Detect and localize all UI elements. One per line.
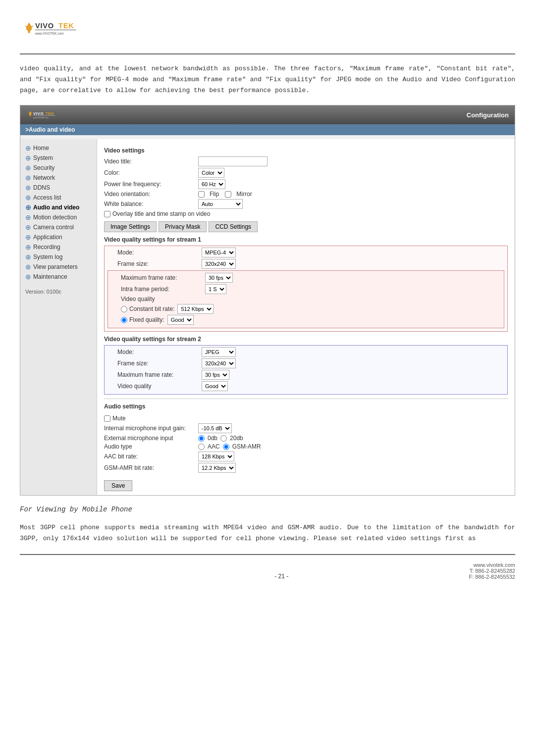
svg-text:www.VIVOTEK.com: www.VIVOTEK.com bbox=[35, 32, 64, 35]
syslog-bullet: ⊕ bbox=[25, 253, 31, 261]
stream2-maxfps-row: Maximum frame rate: 30 fps bbox=[107, 370, 504, 380]
sidebar-item-camera[interactable]: ⊕ Camera control bbox=[20, 222, 97, 232]
sidebar-item-view-params[interactable]: ⊕ View parameters bbox=[20, 262, 97, 272]
sidebar-item-network[interactable]: ⊕ Network bbox=[20, 173, 97, 183]
home-bullet: ⊕ bbox=[25, 144, 31, 152]
camera-bullet: ⊕ bbox=[25, 223, 31, 231]
aac-radio[interactable] bbox=[198, 444, 205, 450]
footer-phone: T: 886-2-82455282 bbox=[469, 568, 515, 574]
stream1-mode-row: Mode: MPEG-4 JPEG bbox=[107, 248, 504, 257]
stream1-framesize-label: Frame size: bbox=[107, 260, 202, 267]
stream1-intra-select[interactable]: 1 S bbox=[205, 284, 226, 294]
mute-checkbox[interactable] bbox=[104, 415, 110, 422]
sidebar-item-access-list[interactable]: ⊕ Access list bbox=[20, 193, 97, 202]
ext-mic-0db-radio[interactable] bbox=[198, 435, 205, 442]
sidebar-item-maintenance[interactable]: ⊕ Maintenance bbox=[20, 272, 97, 282]
video-orientation-row: Video orientation: Flip Mirror bbox=[104, 191, 508, 198]
audio-type-radios: AAC GSM-AMR bbox=[198, 443, 261, 450]
page-number: - 21 - bbox=[94, 573, 469, 580]
stream1-fq-radio[interactable] bbox=[121, 317, 127, 323]
footer-fax: F: 886-2-82455532 bbox=[469, 574, 515, 580]
sidebar-label-motion: Motion detection bbox=[33, 214, 77, 221]
audio-divider bbox=[104, 399, 508, 399]
stream2-vq-select[interactable]: Good bbox=[202, 381, 228, 391]
ccd-settings-tab[interactable]: CCD Settings bbox=[209, 221, 258, 232]
gsm-bitrate-row: GSM-AMR bit rate: 12.2 Kbps bbox=[104, 463, 508, 473]
maintenance-bullet: ⊕ bbox=[25, 273, 31, 281]
sidebar-label-home: Home bbox=[33, 145, 49, 151]
audio-type-row: Audio type AAC GSM-AMR bbox=[104, 443, 508, 450]
image-settings-tab[interactable]: Image Settings bbox=[104, 221, 157, 232]
sidebar-item-recording[interactable]: ⊕ Recording bbox=[20, 242, 97, 252]
mobile-heading: For Viewing by Mobile Phone bbox=[20, 505, 515, 513]
sidebar-item-home[interactable]: ⊕ Home bbox=[20, 143, 97, 153]
stream2-framesize-select[interactable]: 320x240 bbox=[202, 358, 236, 368]
stream2-vq-label: Video quality bbox=[107, 383, 202, 390]
aac-bitrate-select[interactable]: 128 Kbps bbox=[198, 452, 234, 461]
stream1-title: Video quality settings for stream 1 bbox=[104, 236, 508, 243]
gsm-bitrate-select[interactable]: 12.2 Kbps bbox=[198, 463, 236, 473]
internal-mic-row: Internal microphone input gain: -10.5 dB bbox=[104, 423, 508, 433]
sidebar-item-ddns[interactable]: ⊕ DDNS bbox=[20, 183, 97, 193]
svg-text:TEK: TEK bbox=[46, 111, 54, 116]
config-header: VIVO TEK www.VIVOTEK.com Configuration bbox=[20, 105, 515, 124]
color-label: Color: bbox=[104, 169, 198, 176]
stream1-cbr-radio[interactable] bbox=[121, 306, 127, 312]
video-title-row: Video title: bbox=[104, 156, 508, 166]
stream2-mode-label: Mode: bbox=[107, 349, 202, 355]
sidebar-item-audio-video[interactable]: ⊕ Audio and video bbox=[20, 202, 97, 212]
config-title: Configuration bbox=[467, 111, 509, 119]
vivotek-logo: VIVO TEK www.VIVOTEK.com bbox=[20, 17, 84, 42]
svg-text:www.VIVOTEK.com: www.VIVOTEK.com bbox=[33, 117, 49, 119]
svg-point-5 bbox=[30, 115, 31, 117]
stream1-fq-row: Fixed quality: Good bbox=[111, 315, 501, 325]
stream1-maxfps-select[interactable]: 30 fps bbox=[205, 273, 233, 283]
internal-mic-select[interactable]: -10.5 dB bbox=[198, 423, 232, 433]
ext-mic-20db-label: 20db bbox=[230, 435, 243, 442]
sidebar-label-application: Application bbox=[33, 234, 62, 241]
audio-video-bullet: ⊕ bbox=[25, 203, 31, 211]
stream2-maxfps-label: Maximum frame rate: bbox=[107, 371, 202, 378]
svg-point-0 bbox=[28, 31, 30, 33]
sidebar-label-syslog: System log bbox=[33, 253, 62, 260]
stream1-mode-select[interactable]: MPEG-4 JPEG bbox=[202, 248, 236, 257]
mirror-checkbox[interactable] bbox=[225, 191, 231, 198]
sidebar-item-application[interactable]: ⊕ Application bbox=[20, 232, 97, 242]
white-balance-select[interactable]: Auto bbox=[198, 199, 243, 209]
stream1-maxfps-label: Maximum frame rate: bbox=[111, 274, 205, 281]
overlay-checkbox[interactable] bbox=[104, 211, 110, 217]
main-content: Video settings Video title: Color: Color… bbox=[97, 139, 515, 495]
power-line-select[interactable]: 60 Hz 50 Hz bbox=[198, 179, 225, 189]
stream2-maxfps-select[interactable]: 30 fps bbox=[202, 370, 229, 380]
video-title-input[interactable] bbox=[198, 156, 268, 166]
privacy-mask-tab[interactable]: Privacy Mask bbox=[159, 221, 207, 232]
stream1-framesize-select[interactable]: 320x240 bbox=[202, 259, 236, 269]
stream1-fq-select[interactable]: Good bbox=[167, 315, 194, 325]
aac-bitrate-row: AAC bit rate: 128 Kbps bbox=[104, 452, 508, 461]
sidebar-item-security[interactable]: ⊕ Security bbox=[20, 163, 97, 173]
sidebar-item-syslog[interactable]: ⊕ System log bbox=[20, 252, 97, 262]
view-params-bullet: ⊕ bbox=[25, 263, 31, 271]
sidebar-label-recording: Recording bbox=[33, 244, 60, 251]
sidebar-item-motion[interactable]: ⊕ Motion detection bbox=[20, 212, 97, 222]
stream1-cbr-select[interactable]: 512 Kbps bbox=[177, 304, 214, 314]
sidebar-item-system[interactable]: ⊕ System bbox=[20, 153, 97, 163]
gsm-radio[interactable] bbox=[223, 444, 229, 450]
system-bullet: ⊕ bbox=[25, 154, 31, 162]
config-ui: VIVO TEK www.VIVOTEK.com Configuration >… bbox=[20, 105, 515, 496]
stream2-framesize-label: Frame size: bbox=[107, 360, 202, 367]
ext-mic-20db-radio[interactable] bbox=[220, 435, 227, 442]
overlay-row: Overlay title and time stamp on video bbox=[104, 210, 508, 217]
page-footer: - 21 - www.vivotek.com T: 886-2-82455282… bbox=[20, 559, 515, 583]
sidebar-label-camera: Camera control bbox=[33, 224, 74, 231]
sidebar: ⊕ Home ⊕ System ⊕ Security ⊕ Network ⊕ bbox=[20, 139, 97, 495]
color-select[interactable]: Color bbox=[198, 168, 224, 178]
audio-section: Mute Internal microphone input gain: -10… bbox=[104, 415, 508, 491]
stream2-framesize-row: Frame size: 320x240 bbox=[107, 358, 504, 368]
flip-checkbox[interactable] bbox=[198, 191, 205, 198]
stream2-mode-select[interactable]: JPEG MPEG-4 bbox=[202, 347, 236, 357]
sidebar-label-ddns: DDNS bbox=[33, 184, 50, 191]
top-divider bbox=[20, 53, 515, 54]
config-body: ⊕ Home ⊕ System ⊕ Security ⊕ Network ⊕ bbox=[20, 139, 515, 495]
save-button[interactable]: Save bbox=[104, 480, 132, 491]
